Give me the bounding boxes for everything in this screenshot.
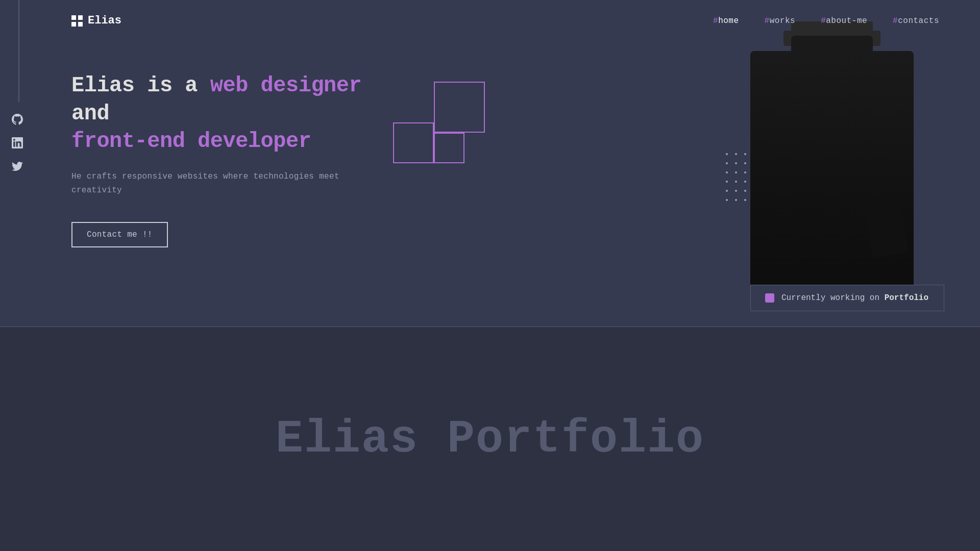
svg-rect-0 [71,15,76,20]
logo[interactable]: Elias [71,14,121,27]
dot [726,181,728,183]
nav-home[interactable]: #home [713,16,739,26]
portfolio-section: Elias Portfolio [0,327,980,551]
svg-rect-3 [78,22,83,27]
hero-title-accent1: web designer [210,73,361,98]
header: Elias #home #works #about-me #contacts [0,0,980,41]
hero-title-part2: and [71,102,109,126]
dot [726,199,728,201]
hero-title: Elias is a web designer and front-end de… [71,72,388,156]
nav-contacts[interactable]: #contacts [893,16,939,26]
dot [726,162,728,164]
portfolio-title: Elias Portfolio [276,413,704,465]
nav-about-me[interactable]: #about-me [821,16,867,26]
square-1 [434,82,485,133]
contact-me-button[interactable]: Contact me !! [71,222,168,247]
status-prefix: Currently working on [781,293,885,303]
dot [726,153,728,155]
hero-section: Elias #home #works #about-me #contacts [0,0,980,327]
nav-works[interactable]: #works [765,16,796,26]
dot [726,190,728,192]
person-figure [735,26,929,296]
hero-title-accent2: front-end developer [71,129,311,154]
logo-icon [71,15,83,27]
status-dot [765,293,774,303]
person-arm [863,191,909,258]
hero-subtitle: He crafts responsive websites where tech… [71,170,388,197]
hero-content: Elias is a web designer and front-end de… [0,41,388,278]
status-badge: Currently working on Portfolio [750,285,944,311]
hero-title-part1: Elias is a [71,73,210,98]
person-body [750,51,914,296]
svg-rect-1 [78,15,83,20]
square-2 [393,122,434,163]
status-text: Currently working on Portfolio [781,293,928,303]
status-project: Portfolio [885,293,928,303]
dot [726,171,728,173]
svg-rect-2 [71,22,76,27]
navigation: #home #works #about-me #contacts [713,16,939,26]
square-3 [434,133,464,163]
logo-text: Elias [88,14,121,27]
